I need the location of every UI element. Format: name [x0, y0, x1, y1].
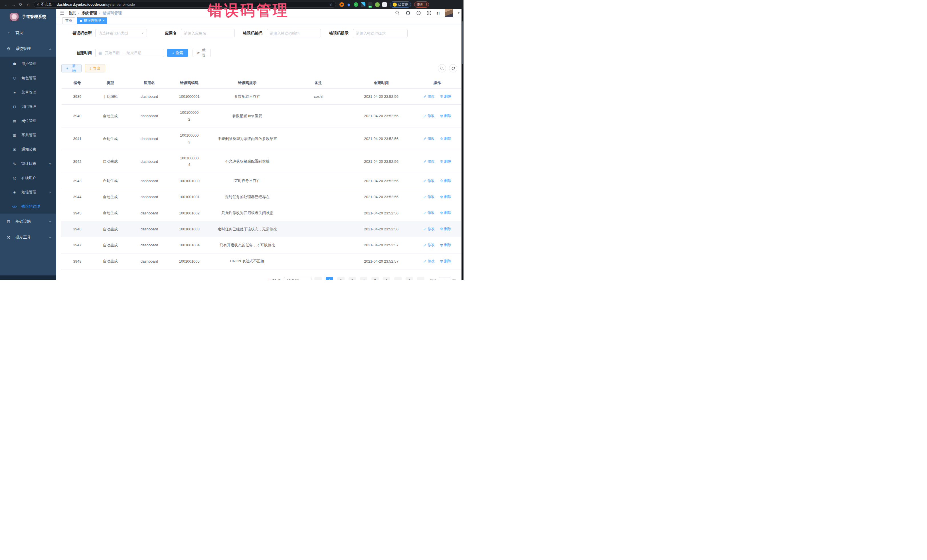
error-hint-input[interactable] [356, 31, 404, 35]
page-size-select[interactable]: 10条/页 ∨ [284, 277, 312, 280]
search-button[interactable]: ⌕ 搜索 [167, 49, 188, 57]
sidebar-item[interactable]: ✎审计日志∨ [0, 156, 56, 171]
table-row[interactable]: 3941 自动生成 dashboard 100100000 3 不能删除类型为系… [61, 127, 461, 150]
app-name-input[interactable] [184, 31, 232, 35]
sidebar-item[interactable]: ◎在线用户 [0, 171, 56, 185]
address-bar[interactable]: ⚠ 不安全 dashboard.yudao.iocoder.cn/system/… [33, 1, 336, 8]
delete-link[interactable]: 删除 [440, 114, 451, 118]
table-row[interactable]: 3948 自动生成 dashboard 1001001005 CRON 表达式不… [61, 253, 461, 269]
browser-menu-icon[interactable] [426, 3, 427, 6]
next-page-button[interactable]: › [417, 277, 424, 280]
prev-page-button[interactable]: ‹ [314, 277, 322, 280]
sidebar-item[interactable]: ⚇角色管理 [0, 71, 56, 85]
delete-link[interactable]: 删除 [440, 211, 451, 215]
sidebar-item[interactable]: ◈短信管理∨ [0, 185, 56, 199]
edit-link[interactable]: 修改 [423, 227, 435, 232]
toggle-search-button[interactable] [438, 64, 446, 73]
sidebar-item-error-code[interactable]: </>错误码管理 [0, 199, 56, 214]
table-row[interactable]: 3939 手动编辑 dashboard 1001000001 参数配置不存在 c… [61, 89, 461, 105]
tab-error-code[interactable]: 错误码管理 × [77, 17, 107, 24]
search-icon[interactable] [395, 10, 400, 16]
edit-link[interactable]: 修改 [423, 159, 435, 164]
page-button[interactable]: 6 [383, 277, 390, 280]
error-code-input[interactable] [270, 31, 318, 35]
delete-link[interactable]: 删除 [440, 243, 451, 247]
add-button[interactable]: ＋ 新增 [61, 64, 82, 73]
gem-extension-icon[interactable]: ◆ [346, 2, 351, 7]
home-icon[interactable]: ⌂ [24, 2, 32, 7]
sidebar-item[interactable]: ⊡基础设施∨ [0, 214, 56, 229]
breadcrumb-home[interactable]: 首页 [68, 11, 76, 16]
refresh-table-button[interactable] [449, 64, 457, 73]
paused-badge[interactable]: 已暂停 [390, 2, 411, 8]
page-button[interactable]: 8 [406, 277, 413, 280]
avatar[interactable] [445, 9, 453, 17]
table-row[interactable]: 3942 自动生成 dashboard 100100000 4 不允许获取敏感配… [61, 150, 461, 173]
edit-link[interactable]: 修改 [423, 136, 435, 141]
docs-question-icon[interactable] [416, 10, 421, 16]
page-button[interactable]: 2 [337, 277, 345, 280]
table-row[interactable]: 3946 自动生成 dashboard 1001001003 定时任务已经处于该… [61, 221, 461, 237]
sidebar-item[interactable]: ⚙系统管理∧ [0, 41, 56, 57]
back-icon[interactable]: ← [2, 2, 10, 7]
date-range-picker[interactable]: ▦ 开始日期 - 结束日期 [95, 49, 164, 57]
error-type-select[interactable]: 请选择错误码类型 ∨ [95, 29, 147, 37]
extension-orange-icon[interactable] [339, 2, 344, 7]
page-button[interactable]: 1 [326, 277, 333, 280]
sidebar-item[interactable]: ▤岗位管理 [0, 114, 56, 128]
page-button[interactable]: 3 [348, 277, 356, 280]
delete-link[interactable]: 删除 [440, 227, 451, 232]
chevron-down-icon[interactable]: ▾ [458, 11, 459, 15]
on-badge-extension-icon[interactable] [368, 2, 372, 7]
scrollbar-thumb[interactable] [462, 21, 463, 64]
sidebar-item[interactable]: ✉通知公告 [0, 142, 56, 156]
edit-link[interactable]: 修改 [423, 243, 435, 247]
edit-link[interactable]: 修改 [423, 194, 435, 199]
page-button[interactable]: 5 [371, 277, 379, 280]
table-row[interactable]: 3947 自动生成 dashboard 1001001004 只有开启状态的任务… [61, 237, 461, 253]
reload-icon[interactable]: ⟳ [17, 2, 24, 7]
github-icon[interactable] [405, 10, 411, 16]
font-size-icon[interactable]: tT [437, 11, 440, 15]
grid-extension-icon[interactable] [361, 2, 365, 7]
key-extension-icon[interactable] [375, 2, 380, 7]
update-button[interactable]: 更新 [414, 2, 429, 8]
table-row[interactable]: 3943 自动生成 dashboard 1001001000 定时任务不存在 2… [61, 173, 461, 189]
delete-link[interactable]: 删除 [440, 194, 451, 199]
bookmark-star-icon[interactable]: ☆ [330, 2, 333, 6]
more-pages-button[interactable]: ••• [394, 277, 401, 280]
delete-link[interactable]: 删除 [440, 136, 451, 141]
fullscreen-icon[interactable] [426, 10, 432, 16]
edit-link[interactable]: 修改 [423, 94, 435, 99]
security-label[interactable]: 不安全 [41, 2, 52, 7]
sidebar-collapse-bar[interactable] [0, 275, 56, 280]
goto-page-input[interactable] [439, 277, 450, 280]
edit-link[interactable]: 修改 [423, 114, 435, 118]
hamburger-icon[interactable]: ☰ [60, 10, 64, 16]
check-circle-extension-icon[interactable]: ✓ [354, 2, 358, 7]
close-icon[interactable]: × [103, 19, 104, 22]
table-row[interactable]: 3944 自动生成 dashboard 1001001001 定时任务的处理器已… [61, 189, 461, 205]
app-logo[interactable]: 芋道管理系统 [0, 9, 56, 25]
sidebar-item[interactable]: ◔首页 [0, 25, 56, 41]
table-row[interactable]: 3945 自动生成 dashboard 1001001002 只允许修改为开启或… [61, 205, 461, 221]
sidebar-item[interactable]: ⚉用户管理 [0, 57, 56, 71]
edit-link[interactable]: 修改 [423, 211, 435, 215]
delete-link[interactable]: 删除 [440, 94, 451, 99]
sidebar-item[interactable]: ⊟部门管理 [0, 100, 56, 114]
edit-link[interactable]: 修改 [423, 179, 435, 183]
sidebar-item[interactable]: ≡菜单管理 [0, 85, 56, 100]
page-button[interactable]: 4 [360, 277, 368, 280]
table-row[interactable]: 3940 自动生成 dashboard 100100000 2 参数配置 key… [61, 105, 461, 127]
edit-link[interactable]: 修改 [423, 259, 435, 264]
puzzle-extensions-icon[interactable] [382, 2, 387, 7]
tab-home[interactable]: 首页 [62, 17, 75, 24]
sidebar-item[interactable]: ▦字典管理 [0, 128, 56, 142]
delete-link[interactable]: 删除 [440, 259, 451, 264]
reset-button[interactable]: ⟳ 重置 [193, 49, 211, 57]
export-button[interactable]: ⤓ 导出 [85, 64, 105, 73]
page-scrollbar[interactable] [462, 9, 464, 280]
delete-link[interactable]: 删除 [440, 159, 451, 164]
forward-icon[interactable]: → [10, 2, 17, 7]
delete-link[interactable]: 删除 [440, 179, 451, 183]
